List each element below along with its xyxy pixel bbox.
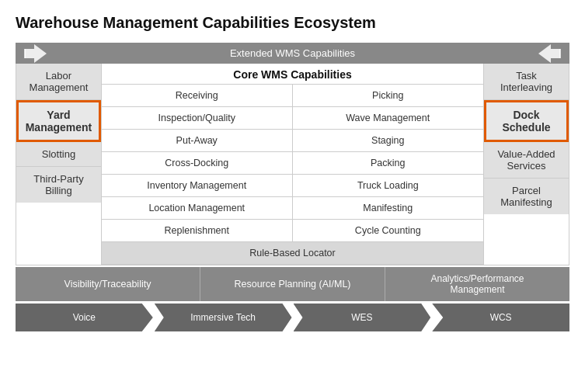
ecosystem-wrapper: Warehouse Management Capabilities Ecosys… [16, 14, 569, 331]
core-cell-receiving: Receiving [102, 85, 293, 107]
core-cell-picking: Picking [293, 85, 484, 107]
core-grid: Receiving Picking Inspection/Quality Wav… [102, 85, 483, 265]
bottom-analytics: Analytics/PerformanceManagement [385, 267, 569, 301]
bottom-gray-row: Visibility/Traceability Resource Plannin… [16, 267, 569, 301]
bottom-visibility: Visibility/Traceability [16, 267, 200, 301]
right-cell-task: TaskInterleaving [484, 64, 569, 100]
extended-label: Extended WMS Capabilities [230, 47, 355, 59]
core-cell-inventory: Inventory Management [102, 175, 293, 197]
right-cell-vas: Value-AddedServices [484, 142, 569, 179]
core-cell-truck: Truck Loading [293, 175, 484, 197]
core-cell-manifesting: Manifesting [293, 197, 484, 220]
left-cell-yard: YardManagement [16, 100, 101, 142]
core-cell-cycle: Cycle Counting [293, 220, 484, 242]
left-cell-slotting: Slotting [16, 142, 101, 167]
center-column: Core WMS Capabilities Receiving Picking … [102, 64, 483, 265]
core-cell-wave: Wave Management [293, 107, 484, 130]
core-header: Core WMS Capabilities [102, 64, 483, 85]
core-cell-replenishment: Replenishment [102, 220, 293, 242]
core-cell-staging: Staging [293, 130, 484, 152]
page-title: Warehouse Management Capabilities Ecosys… [16, 14, 569, 32]
extended-banner: Extended WMS Capabilities [16, 43, 569, 64]
left-column: LaborManagement YardManagement Slotting … [16, 64, 102, 265]
arrow-immersive: Immersive Tech [155, 304, 292, 331]
arrow-left-icon [22, 43, 50, 64]
arrow-right-icon [535, 43, 563, 64]
core-cell-location: Location Management [102, 197, 293, 220]
arrow-wes: WES [294, 304, 431, 331]
right-cell-dock: DockSchedule [484, 100, 569, 142]
core-cell-inspection: Inspection/Quality [102, 107, 293, 130]
main-grid: LaborManagement YardManagement Slotting … [16, 64, 569, 265]
core-cell-crossdocking: Cross-Docking [102, 152, 293, 175]
core-cell-putaway: Put-Away [102, 130, 293, 152]
left-cell-labor: LaborManagement [16, 64, 101, 100]
arrow-voice: Voice [16, 304, 153, 331]
core-cell-packing: Packing [293, 152, 484, 175]
right-cell-parcel: ParcelManifesting [484, 179, 569, 214]
left-cell-billing: Third-PartyBilling [16, 167, 101, 203]
bottom-arrow-row: Voice Immersive Tech WES WCS [16, 304, 569, 331]
core-cell-locator: Rule-Based Locator [102, 242, 483, 265]
arrow-wcs: WCS [432, 304, 569, 331]
bottom-resource: Resource Planning (AI/ML) [200, 267, 385, 301]
right-column: TaskInterleaving DockSchedule Value-Adde… [483, 64, 569, 265]
